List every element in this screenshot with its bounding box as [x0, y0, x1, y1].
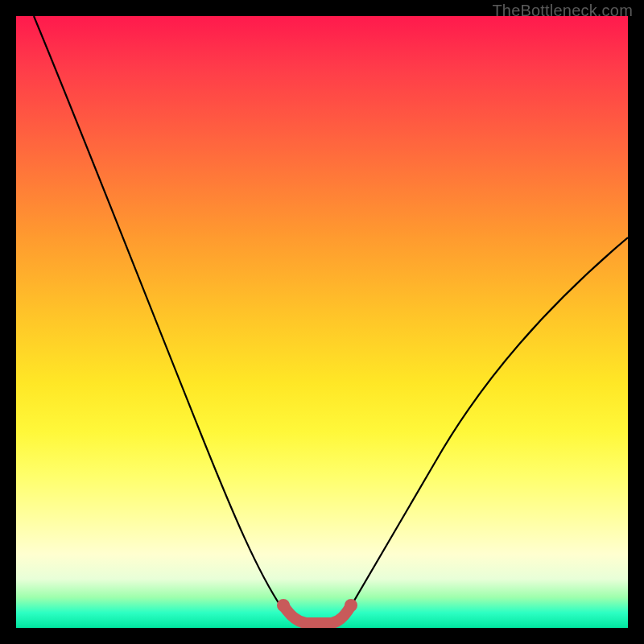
right-branch-curve: [343, 237, 628, 620]
valley-highlight: [283, 605, 351, 623]
watermark-text: TheBottleneck.com: [492, 2, 633, 20]
highlight-dot-right: [345, 599, 357, 612]
curve-layer: [16, 16, 628, 628]
left-branch-curve: [34, 16, 291, 620]
highlight-dot-left: [277, 599, 290, 612]
plot-area: [16, 16, 628, 628]
chart-frame: TheBottleneck.com: [0, 0, 644, 644]
